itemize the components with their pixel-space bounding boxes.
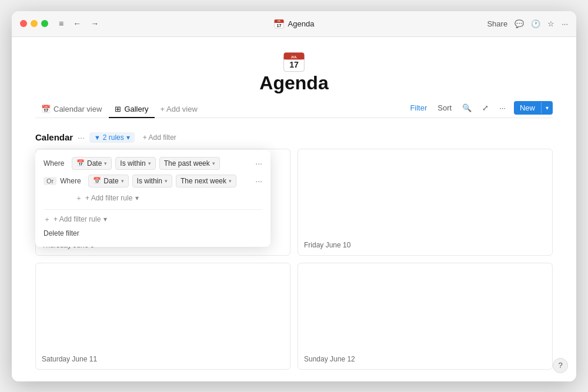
content-title-more[interactable]: ···: [78, 133, 85, 142]
traffic-lights: [20, 20, 48, 27]
sidebar-toggle-icon[interactable]: ≡: [56, 18, 66, 29]
app-window: ≡ ← → 17 JUL Agenda Share 💬 🕐 ☆ ···: [12, 11, 576, 381]
filter-badge-icon: ▼: [94, 134, 101, 141]
tab-gallery[interactable]: ⊞ Gallery: [109, 101, 154, 118]
svg-text:17: 17: [277, 23, 282, 28]
add-view-button[interactable]: + Add view: [156, 101, 202, 117]
svg-text:JUL: JUL: [278, 20, 281, 22]
date-select-1[interactable]: 📅 Date ▾: [72, 157, 112, 170]
next-week-select[interactable]: The next week ▾: [176, 175, 236, 187]
is-within-chevron-1: ▾: [148, 160, 151, 166]
card-date-sun: Sunday June 12: [304, 355, 546, 363]
calendar-card-sun[interactable]: Sunday June 12: [298, 263, 553, 370]
date-icon-1: 📅: [76, 159, 85, 167]
filter-rules-badge[interactable]: ▼ 2 rules ▾: [89, 132, 135, 143]
search-icon[interactable]: 🔍: [460, 102, 474, 113]
date-select-2[interactable]: 📅 Date ▾: [88, 175, 128, 187]
titlebar: ≡ ← → 17 JUL Agenda Share 💬 🕐 ☆ ···: [12, 11, 576, 37]
where-label-2: Where: [60, 177, 85, 185]
add-filter-rule-button-1[interactable]: ＋ + Add filter rule ▾: [75, 192, 139, 205]
date-select-chevron-1: ▾: [104, 160, 107, 166]
new-btn-chevron-icon[interactable]: ▾: [541, 102, 553, 113]
page-header: 17 JUL Agenda 📅 Calendar view ⊞ Gallery …: [35, 37, 553, 118]
fullscreen-icon[interactable]: ⤢: [480, 102, 491, 113]
titlebar-right: Share 💬 🕐 ☆ ···: [487, 19, 568, 28]
main-content: 17 JUL Agenda 📅 Calendar view ⊞ Gallery …: [12, 37, 576, 381]
close-button[interactable]: [20, 20, 27, 27]
add-rule-chevron-2: ▾: [103, 215, 107, 223]
minimize-button[interactable]: [31, 20, 38, 27]
filter-row-2-more[interactable]: ···: [255, 176, 262, 186]
calendar-card-sat[interactable]: Saturday June 11: [35, 263, 290, 370]
page-title: Agenda: [259, 72, 328, 94]
window-title: 17 JUL Agenda: [274, 18, 315, 29]
toolbar-more-icon[interactable]: ···: [497, 102, 508, 113]
new-button[interactable]: New ▾: [514, 101, 553, 115]
back-button[interactable]: ←: [71, 18, 83, 29]
svg-text:17: 17: [289, 60, 299, 69]
past-week-chevron: ▾: [212, 160, 215, 166]
content-area: Calendar ··· ▼ 2 rules ▾ + Add filter Wh…: [35, 128, 553, 370]
tab-calendar-view[interactable]: 📅 Calendar view: [35, 101, 108, 118]
maximize-button[interactable]: [41, 20, 48, 27]
nav-controls: ≡ ← →: [56, 18, 101, 29]
calendar-view-icon: 📅: [41, 105, 51, 113]
add-rule-chevron-1: ▾: [135, 194, 139, 202]
filter-row-2: Or Where 📅 Date ▾ Is within ▾ The next w…: [44, 175, 262, 187]
delete-filter-button[interactable]: Delete filter: [44, 227, 262, 240]
is-within-select-1[interactable]: Is within ▾: [115, 157, 155, 170]
more-options-button[interactable]: ···: [562, 19, 568, 28]
view-tabs: 📅 Calendar view ⊞ Gallery + Add view Fil…: [35, 101, 553, 118]
filter-button[interactable]: Filter: [407, 102, 429, 113]
help-button[interactable]: ?: [553, 358, 568, 373]
plus-icon-2: ＋: [44, 215, 51, 225]
card-date-fri: Friday June 10: [304, 241, 546, 249]
past-week-select[interactable]: The past week ▾: [159, 157, 220, 170]
forward-button[interactable]: →: [88, 18, 101, 29]
card-date-sat: Saturday June 11: [42, 355, 284, 363]
where-label-1: Where: [44, 159, 68, 167]
add-filter-rule-indented: ＋ + Add filter rule ▾: [75, 192, 262, 205]
content-header: Calendar ··· ▼ 2 rules ▾ + Add filter: [35, 132, 553, 143]
page-icon: 17 JUL: [283, 51, 305, 72]
next-week-chevron: ▾: [229, 178, 232, 184]
is-within-select-2[interactable]: Is within ▾: [132, 175, 172, 187]
content-title: Calendar: [35, 132, 73, 142]
favorite-icon[interactable]: ☆: [547, 19, 554, 28]
calendar-card-fri[interactable]: Friday June 10: [298, 149, 553, 256]
history-icon[interactable]: 🕐: [531, 19, 540, 28]
date-select-chevron-2: ▾: [121, 178, 124, 184]
or-badge[interactable]: Or: [44, 177, 56, 185]
filter-row-1-more[interactable]: ···: [255, 159, 262, 168]
comment-icon[interactable]: 💬: [514, 19, 524, 28]
gallery-icon: ⊞: [115, 105, 121, 113]
filter-badge-chevron-icon: ▾: [126, 133, 130, 142]
add-filter-button[interactable]: + Add filter: [139, 132, 180, 143]
filter-dropdown: Where 📅 Date ▾ Is within ▾ The past week…: [35, 150, 270, 247]
filter-row-1: Where 📅 Date ▾ Is within ▾ The past week…: [44, 157, 262, 170]
view-toolbar: Filter Sort 🔍 ⤢ ··· New ▾: [407, 101, 553, 117]
svg-text:JUL: JUL: [291, 55, 298, 58]
app-icon: 17 JUL: [274, 18, 285, 29]
add-filter-rule-button-2[interactable]: ＋ + Add filter rule ▾: [44, 213, 262, 226]
filter-divider: [44, 209, 262, 210]
sort-button[interactable]: Sort: [435, 102, 454, 113]
date-icon-2: 📅: [93, 177, 101, 185]
plus-icon-1: ＋: [75, 193, 82, 203]
share-button[interactable]: Share: [487, 19, 507, 28]
is-within-chevron-2: ▾: [165, 178, 168, 184]
